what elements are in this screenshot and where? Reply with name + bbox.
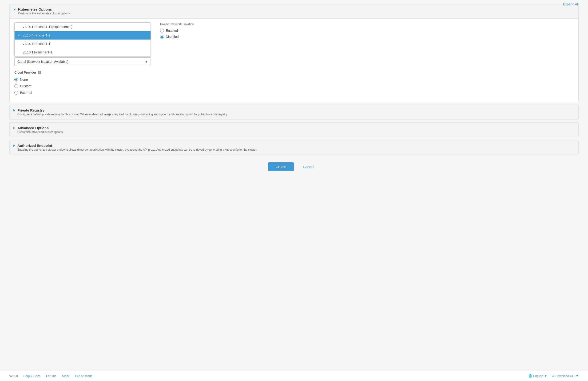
advanced-options-title: Advanced Options (17, 126, 63, 130)
cancel-button[interactable]: Cancel (297, 162, 320, 171)
download-cli-button[interactable]: ⬇ Download CLI ▼ (552, 374, 579, 378)
private-registry-title: Private Registry (17, 108, 228, 112)
authorized-endpoint-header[interactable]: Authorized Endpoint Enabling the authori… (10, 140, 578, 155)
kubernetes-options-body: v1.16.1-rancher1-1 (experimental) ✓ v1.1… (10, 19, 578, 102)
action-buttons: Create Cancel (9, 158, 579, 173)
authorized-endpoint-title: Authorized Endpoint (17, 144, 257, 148)
cloud-provider-external-radio[interactable] (14, 91, 18, 95)
authorized-endpoint-subtitle: Enabling the authorized cluster endpoint… (17, 148, 257, 151)
slack-link[interactable]: Slack (62, 374, 70, 378)
help-docs-link[interactable]: Help & Docs (23, 374, 40, 378)
footer-right: 🌐 English ▼ ⬇ Download CLI ▼ (528, 374, 579, 378)
chevron-right-icon (13, 109, 15, 112)
forums-link[interactable]: Forums (46, 374, 56, 378)
language-label: English (533, 374, 543, 378)
cloud-provider-custom-option[interactable]: Custom (14, 84, 574, 88)
network-isolation-enabled-label: Enabled (166, 29, 178, 32)
network-plugin-row: Canal (Network Isolation Available) Flan… (14, 57, 574, 66)
cloud-provider-custom-label: Custom (20, 84, 31, 88)
network-isolation-disabled-label: Disabled (166, 35, 179, 39)
project-network-label: Project Network Isolation (160, 22, 217, 26)
version-option-2[interactable]: ✓ v1.15.4-rancher1-2 (15, 31, 150, 40)
version-option-4[interactable]: v1.13.11-rancher1-1 (15, 48, 150, 56)
version-row: v1.16.1-rancher1-1 (experimental) ✓ v1.1… (14, 22, 574, 39)
private-registry-header[interactable]: Private Registry Configure a default pri… (10, 105, 578, 119)
expand-all-link[interactable]: Expand All (563, 2, 579, 6)
download-cli-label: Download CLI (555, 374, 575, 378)
cloud-provider-radio-group: None Custom External (14, 78, 574, 95)
network-isolation-disabled-option[interactable]: Disabled (160, 35, 217, 39)
chevron-right-icon-2 (13, 127, 15, 129)
cloud-provider-none-radio[interactable] (14, 78, 18, 81)
file-issue-link[interactable]: File an Issue (75, 374, 93, 378)
chevron-down-icon (13, 9, 16, 10)
cloud-provider-external-label: External (20, 91, 32, 95)
footer-version: v2.3.0 (9, 374, 18, 378)
kubernetes-options-subtitle: Customize the kubernetes cluster options (18, 12, 70, 15)
cloud-provider-label-row: Cloud Provider ? (14, 71, 574, 74)
cloud-provider-section: Cloud Provider ? None Custom External (14, 71, 574, 95)
network-plugin-group: Canal (Network Isolation Available) Flan… (14, 57, 151, 66)
cloud-provider-none-option[interactable]: None (14, 78, 574, 81)
download-icon: ⬇ (552, 374, 554, 378)
advanced-options-header[interactable]: Advanced Options Customize advanced clus… (10, 123, 578, 137)
version-dropdown-options: v1.16.1-rancher1-1 (experimental) ✓ v1.1… (14, 22, 151, 57)
chevron-down-lang-icon: ▼ (544, 374, 547, 378)
chevron-down-cli-icon: ▼ (576, 374, 579, 378)
advanced-options-subtitle: Customize advanced cluster options (17, 130, 63, 134)
language-selector[interactable]: 🌐 English ▼ (528, 374, 547, 378)
kubernetes-options-panel: Kubernetes Options Customize the kuberne… (9, 4, 579, 102)
network-plugin-select-wrapper: Canal (Network Isolation Available) Flan… (14, 57, 151, 66)
advanced-options-panel: Advanced Options Customize advanced clus… (9, 122, 579, 137)
network-isolation-disabled-radio[interactable] (160, 35, 164, 39)
kubernetes-options-title: Kubernetes Options (18, 7, 70, 11)
network-plugin-select[interactable]: Canal (Network Isolation Available) Flan… (14, 57, 151, 66)
version-option-1[interactable]: v1.16.1-rancher1-1 (experimental) (15, 22, 150, 31)
globe-icon: 🌐 (528, 374, 532, 378)
network-isolation-radio-group: Enabled Disabled (160, 29, 217, 39)
kubernetes-options-header[interactable]: Kubernetes Options Customize the kuberne… (10, 4, 578, 19)
create-button[interactable]: Create (268, 162, 294, 171)
private-registry-panel: Private Registry Configure a default pri… (9, 105, 579, 120)
network-isolation-enabled-radio[interactable] (160, 29, 164, 32)
cloud-provider-external-option[interactable]: External (14, 91, 574, 95)
version-option-3[interactable]: v1.14.7-rancher1-1 (15, 40, 150, 48)
chevron-right-icon-3 (13, 144, 15, 147)
network-isolation-enabled-option[interactable]: Enabled (160, 29, 217, 32)
cloud-provider-custom-radio[interactable] (14, 84, 18, 88)
footer-left: v2.3.0 Help & Docs Forums Slack File an … (9, 374, 92, 378)
project-network-isolation-group: Project Network Isolation Enabled Disabl… (160, 22, 217, 39)
cloud-provider-none-label: None (20, 78, 28, 81)
authorized-endpoint-panel: Authorized Endpoint Enabling the authori… (9, 140, 579, 155)
page-footer: v2.3.0 Help & Docs Forums Slack File an … (0, 371, 588, 381)
help-icon[interactable]: ? (38, 71, 42, 74)
private-registry-subtitle: Configure a default private registry for… (17, 113, 228, 116)
cloud-provider-label: Cloud Provider (14, 71, 36, 74)
